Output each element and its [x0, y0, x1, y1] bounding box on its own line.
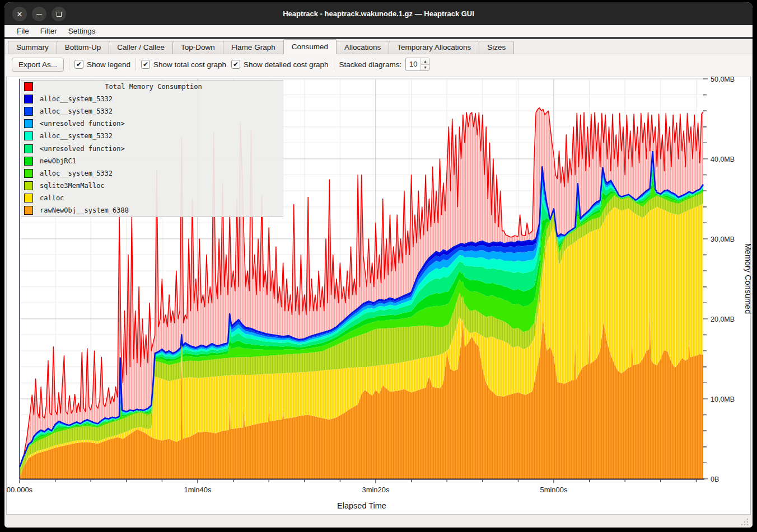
show-total-cost-label: Show total cost graph [153, 60, 226, 69]
spinner-down-icon[interactable]: ▼ [421, 65, 429, 71]
legend-swatch [24, 82, 33, 91]
menu-settings[interactable]: Settings [63, 26, 101, 36]
legend-swatch [24, 181, 33, 190]
chart-legend: Total Memory Consumption alloc__system_5… [21, 80, 283, 217]
tab-summary[interactable]: Summary [8, 41, 57, 54]
legend-label: sqlite3MemMalloc [40, 182, 105, 190]
legend-swatch [24, 206, 33, 215]
legend-row: alloc__system_5332 [21, 130, 283, 142]
tab-bar: Summary Bottom-Up Caller / Callee Top-Do… [4, 39, 753, 54]
status-bar [4, 515, 753, 528]
legend-swatch [24, 144, 33, 153]
legend-label: rawNewObj__system_6388 [40, 206, 129, 214]
legend-swatch [24, 95, 33, 103]
checkbox-check-icon: ✔ [74, 60, 83, 69]
spinner-arrows: ▲ ▼ [420, 58, 429, 70]
legend-swatch [24, 157, 33, 166]
toolbar-separator [334, 58, 334, 70]
menu-filter[interactable]: Filter [35, 26, 63, 36]
tab-flame-graph[interactable]: Flame Graph [223, 41, 283, 54]
legend-row-total: Total Memory Consumption [21, 81, 283, 93]
show-detailed-cost-label: Show detailed cost graph [244, 60, 329, 69]
legend-swatch [24, 107, 33, 116]
checkbox-check-icon: ✔ [141, 60, 150, 69]
tab-temporary-allocations[interactable]: Temporary Allocations [389, 41, 479, 54]
legend-swatch [24, 194, 33, 203]
legend-row: <unresolved function> [21, 117, 283, 130]
tab-allocations[interactable]: Allocations [337, 41, 389, 54]
legend-label: <unresolved function> [40, 120, 125, 128]
legend-row: sqlite3MemMalloc [21, 180, 283, 192]
tab-caller-callee[interactable]: Caller / Callee [109, 41, 172, 54]
legend-row: newObjRC1 [21, 155, 283, 167]
legend-label: <unresolved function> [40, 145, 125, 153]
legend-label: alloc__system_5332 [40, 132, 113, 140]
tab-consumed[interactable]: Consumed [283, 39, 337, 54]
legend-label: alloc__system_5332 [40, 95, 113, 103]
legend-row: alloc__system_5332 [21, 93, 283, 105]
show-total-cost-checkbox[interactable]: ✔ Show total cost graph [141, 60, 226, 69]
spinner-value[interactable]: 10 [406, 58, 420, 70]
show-legend-checkbox[interactable]: ✔ Show legend [74, 60, 130, 69]
legend-label: alloc__system_5332 [40, 107, 113, 115]
stacked-diagrams-group: Stacked diagrams: 10 ▲ ▼ [339, 58, 430, 71]
legend-label: Total Memory Consumption [40, 83, 267, 91]
menu-file[interactable]: File [11, 26, 35, 36]
resize-grip[interactable] [741, 518, 749, 525]
window-title: Heaptrack - heaptrack.wakunode.1.gz — He… [4, 2, 753, 25]
checkbox-check-icon: ✔ [231, 60, 240, 69]
title-bar: ✕ Heaptrack - heaptrack.wakunode.1.gz — … [4, 2, 753, 25]
legend-swatch [24, 131, 33, 140]
legend-row: rawNewObj__system_6388 [21, 204, 283, 216]
stacked-diagrams-spinner[interactable]: 10 ▲ ▼ [405, 58, 429, 71]
legend-row: calloc [21, 192, 283, 204]
toolbar-separator [135, 58, 136, 70]
tab-bottom-up[interactable]: Bottom-Up [57, 41, 109, 54]
legend-row: <unresolved function> [21, 142, 283, 154]
tab-sizes[interactable]: Sizes [479, 41, 514, 54]
legend-row: alloc__system_5332 [21, 105, 283, 117]
menu-bar: File Filter Settings [4, 25, 753, 37]
stacked-diagrams-label: Stacked diagrams: [339, 60, 402, 69]
legend-swatch [24, 119, 33, 128]
legend-swatch [24, 169, 33, 178]
legend-label: calloc [40, 194, 64, 202]
legend-label: newObjRC1 [40, 157, 76, 165]
legend-row: alloc__system_5332 [21, 167, 283, 180]
export-as-button[interactable]: Export As... [12, 58, 64, 72]
show-detailed-cost-checkbox[interactable]: ✔ Show detailed cost graph [231, 60, 329, 69]
legend-label: alloc__system_5332 [40, 170, 113, 177]
spinner-up-icon[interactable]: ▲ [421, 58, 429, 65]
toolbar: Export As... ✔ Show legend ✔ Show total … [4, 54, 753, 74]
toolbar-separator [69, 58, 69, 70]
show-legend-label: Show legend [87, 60, 130, 69]
tab-top-down[interactable]: Top-Down [172, 41, 223, 54]
